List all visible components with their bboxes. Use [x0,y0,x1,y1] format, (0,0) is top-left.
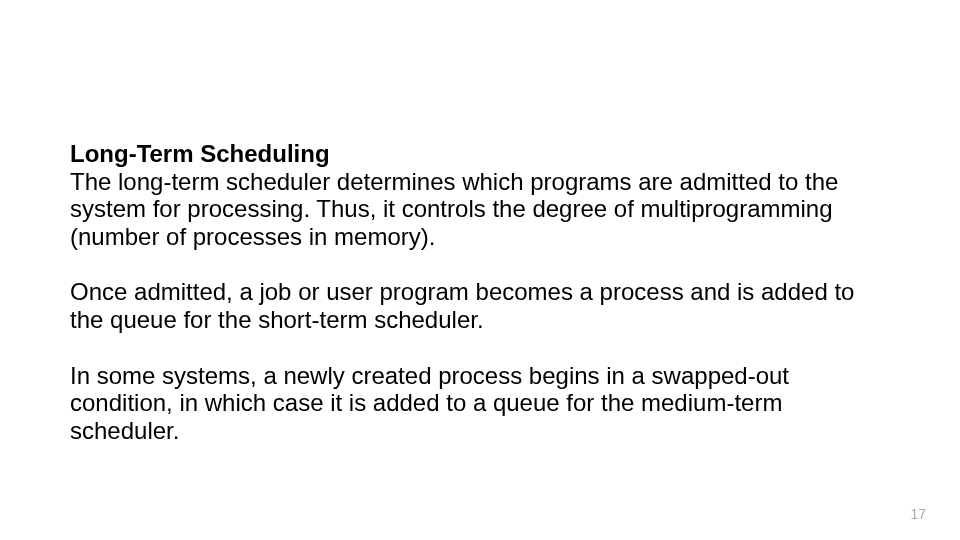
section-heading: Long-Term Scheduling [70,140,330,167]
paragraph-1: The long-term scheduler determines which… [70,168,838,250]
paragraph-3: In some systems, a newly created process… [70,362,890,445]
paragraph-2: Once admitted, a job or user program bec… [70,278,890,333]
page-number: 17 [910,506,926,522]
intro-block: Long-Term Scheduling The long-term sched… [70,140,890,250]
slide: Long-Term Scheduling The long-term sched… [0,0,960,540]
